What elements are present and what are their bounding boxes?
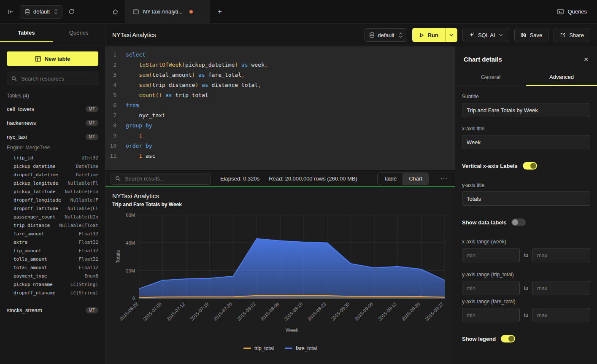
column-name: dropoff_ntaname [14, 289, 55, 297]
column-row[interactable]: tip_amountFloat32 [0, 247, 105, 255]
column-type: Nullable(F [70, 196, 98, 205]
results-search [111, 173, 211, 185]
show-data-labels-label: Show data labels [462, 219, 506, 226]
results-search-input[interactable] [124, 175, 206, 182]
column-row[interactable]: dropoff_longitudeNullable(F [0, 196, 105, 205]
column-row[interactable]: dropoff_datetimeDateTime [0, 171, 105, 179]
table-item-nyc-taxi[interactable]: nyc_taxi MT [0, 130, 105, 144]
y-range-fare-min-input[interactable] [462, 308, 520, 322]
page-title: NYTaxi Analytics [112, 32, 156, 38]
code-line[interactable]: 10order by [105, 141, 455, 151]
code-line[interactable]: 6from [105, 100, 455, 111]
sql-ai-button[interactable]: SQL AI [462, 28, 509, 42]
queries-button[interactable]: Queries [557, 0, 597, 23]
column-type: Nullable(Flo [65, 188, 98, 196]
code-line[interactable]: 5 count() as trip_total [105, 90, 455, 100]
x-axis-range-row: to [462, 248, 590, 262]
sidebar: Tables Queries New table Tables (4) cell… [0, 24, 105, 364]
sidebar-search-input[interactable] [20, 75, 94, 82]
sidebar-tab-tables[interactable]: Tables [0, 24, 53, 42]
column-row[interactable]: dropoff_ntanameLC(String) [0, 289, 105, 297]
line-number: 3 [105, 70, 116, 80]
column-list: trip_idUInt32pickup_datetimeDateTimedrop… [0, 154, 105, 297]
chevron-down-icon [499, 34, 503, 36]
new-tab-button[interactable]: + [210, 0, 230, 23]
x-axis-title-input[interactable] [462, 135, 590, 149]
sidebar-collapse-button[interactable] [8, 9, 14, 15]
column-row[interactable]: trip_idUInt32 [0, 154, 105, 162]
code-line[interactable]: 8group by [105, 121, 455, 131]
column-row[interactable]: passenger_countNullable(UIn [0, 213, 105, 221]
svg-text:2015-08-09: 2015-08-09 [259, 301, 280, 321]
code-line[interactable]: 7 nyc_taxi [105, 111, 455, 121]
line-number: 1 [105, 50, 116, 60]
y-axis-title-input[interactable] [462, 191, 590, 206]
share-button[interactable]: Share [554, 28, 590, 42]
column-type: Nullable(UIn [65, 213, 98, 221]
column-name: pickup_longitude [14, 179, 58, 188]
x-range-max-input[interactable] [532, 248, 590, 262]
new-table-button[interactable]: New table [7, 51, 98, 66]
query-tab[interactable]: NYTaxi Analyti... [125, 0, 210, 23]
view-toggle-table[interactable]: Table [378, 173, 403, 185]
view-toggle-chart[interactable]: Chart [403, 173, 428, 185]
svg-text:Totals: Totals [115, 250, 121, 263]
column-row[interactable]: pickup_longitudeNullable(Fl [0, 179, 105, 188]
legend-item[interactable]: fare_total [285, 345, 317, 351]
sidebar-tab-queries[interactable]: Queries [53, 24, 105, 42]
show-data-labels-toggle[interactable] [511, 218, 526, 226]
column-row[interactable]: fare_amountFloat32 [0, 230, 105, 238]
close-icon[interactable]: ✕ [583, 56, 589, 63]
run-options-caret[interactable] [445, 28, 457, 42]
code-text: select [126, 50, 146, 60]
column-row[interactable]: pickup_datetimeDateTime [0, 162, 105, 171]
svg-text:40M: 40M [126, 240, 135, 245]
queries-button-label: Queries [567, 8, 587, 15]
toggle-knob [512, 219, 518, 225]
chart-plot[interactable]: 020M40M60M2015-06-282015-07-052015-07-12… [105, 187, 455, 364]
legend-swatch [243, 348, 251, 349]
column-row[interactable]: extraFloat32 [0, 238, 105, 247]
y-range-trip-max-input[interactable] [532, 281, 590, 295]
legend-item[interactable]: trip_total [243, 345, 274, 351]
code-line[interactable]: 3 sum(total_amount) as fare_total, [105, 70, 455, 80]
query-database-selector[interactable]: default [365, 28, 407, 42]
y-range-fare-max-input[interactable] [532, 308, 590, 322]
run-button[interactable]: Run [412, 28, 457, 42]
vertical-x-labels-toggle[interactable] [523, 162, 537, 170]
column-row[interactable]: payment_typeEnum8 [0, 272, 105, 280]
y-range-trip-min-input[interactable] [462, 281, 520, 295]
subtitle-input[interactable] [462, 103, 590, 117]
code-line[interactable]: 9 1 [105, 131, 455, 141]
sql-editor[interactable]: 1select2 toStartOfWeek(pickup_datetime) … [105, 46, 455, 170]
table-item-stocks-stream[interactable]: stocks_stream MT [0, 303, 105, 317]
x-range-min-input[interactable] [462, 248, 520, 262]
code-text: 1 asc [126, 151, 155, 161]
more-options-icon[interactable]: ⋯ [438, 175, 450, 183]
code-line[interactable]: 11 1 asc [105, 151, 455, 161]
code-line[interactable]: 2 toStartOfWeek(pickup_datetime) as week… [105, 60, 455, 70]
panel-tab-general[interactable]: General [455, 70, 526, 86]
legend-label: trip_total [254, 345, 274, 351]
column-row[interactable]: dropoff_latitudeNullable(Fl [0, 205, 105, 213]
column-row[interactable]: pickup_latitudeNullable(Flo [0, 188, 105, 196]
x-axis-title-group: x-axis title [462, 126, 590, 149]
table-item-cell-towers[interactable]: cell_towers MT [0, 102, 105, 116]
refresh-button[interactable] [68, 8, 75, 15]
column-name: dropoff_longitude [14, 196, 61, 205]
column-row[interactable]: total_amountFloat32 [0, 264, 105, 272]
column-row[interactable]: trip_distanceNullable(Float [0, 221, 105, 230]
table-item-hackernews[interactable]: hackernews MT [0, 116, 105, 130]
save-button[interactable]: Save [514, 28, 549, 42]
home-tab-button[interactable] [105, 0, 125, 23]
column-row[interactable]: tolls_amountFloat32 [0, 255, 105, 264]
show-legend-toggle[interactable] [501, 335, 515, 342]
search-icon [11, 76, 17, 81]
svg-text:2015-08-16: 2015-08-16 [283, 301, 303, 321]
column-row[interactable]: pickup_ntanameLC(String) [0, 280, 105, 289]
code-line[interactable]: 4 sum(trip_distance) as distance_total, [105, 80, 455, 90]
line-number: 8 [105, 121, 116, 131]
database-selector[interactable]: default [20, 5, 62, 19]
code-line[interactable]: 1select [105, 50, 455, 60]
panel-tab-advanced[interactable]: Advanced [526, 70, 597, 86]
